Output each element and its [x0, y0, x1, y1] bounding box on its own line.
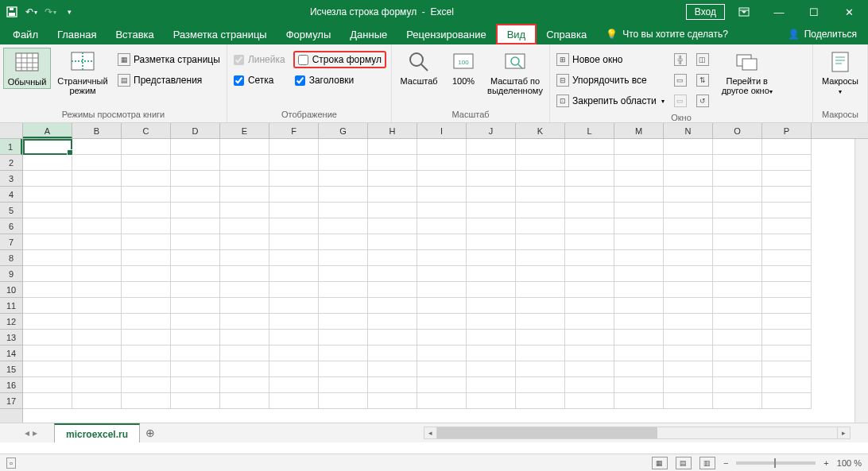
cell[interactable]: [664, 298, 713, 314]
cell[interactable]: [368, 266, 417, 282]
cell[interactable]: [713, 266, 762, 282]
cell[interactable]: [664, 330, 713, 346]
cell[interactable]: [467, 393, 516, 409]
cell[interactable]: [122, 330, 171, 346]
cell[interactable]: [269, 298, 319, 314]
cell[interactable]: [220, 314, 269, 330]
cell[interactable]: [269, 330, 319, 346]
cell[interactable]: [467, 377, 516, 393]
cell[interactable]: [368, 377, 417, 393]
cell[interactable]: [368, 314, 417, 330]
cell[interactable]: [417, 393, 467, 409]
cell[interactable]: [122, 139, 171, 155]
tab-file[interactable]: Файл: [3, 24, 48, 44]
cell[interactable]: [220, 171, 269, 187]
cell[interactable]: [23, 171, 72, 187]
cell[interactable]: [565, 171, 614, 187]
column-header[interactable]: J: [467, 123, 516, 138]
cell[interactable]: [762, 361, 812, 377]
cell[interactable]: [417, 187, 467, 203]
cell[interactable]: [713, 314, 762, 330]
cell[interactable]: [23, 250, 72, 266]
cell[interactable]: [516, 250, 565, 266]
hide-button[interactable]: ▭: [672, 71, 688, 89]
zoom-button[interactable]: Масштаб: [395, 48, 443, 87]
cell[interactable]: [319, 139, 368, 155]
cell[interactable]: [23, 330, 72, 346]
cell[interactable]: [713, 330, 762, 346]
cell[interactable]: [417, 139, 467, 155]
cell[interactable]: [269, 155, 319, 171]
cell[interactable]: [516, 139, 565, 155]
cell[interactable]: [614, 250, 664, 266]
cell[interactable]: [220, 187, 269, 203]
cell[interactable]: [565, 218, 614, 234]
cell[interactable]: [23, 282, 72, 298]
cell[interactable]: [713, 139, 762, 155]
row-header[interactable]: 3: [0, 171, 22, 187]
cell[interactable]: [417, 171, 467, 187]
add-sheet-button[interactable]: ⊕: [140, 427, 161, 439]
cell[interactable]: [713, 298, 762, 314]
tab-home[interactable]: Главная: [48, 24, 106, 44]
row-header[interactable]: 1: [0, 139, 22, 155]
cell[interactable]: [713, 203, 762, 218]
cell[interactable]: [565, 377, 614, 393]
cell[interactable]: [762, 282, 812, 298]
cell[interactable]: [516, 171, 565, 187]
cell[interactable]: [122, 314, 171, 330]
cell[interactable]: [762, 234, 812, 250]
cell[interactable]: [368, 139, 417, 155]
cell[interactable]: [122, 155, 171, 171]
column-header[interactable]: M: [614, 123, 664, 138]
cell[interactable]: [467, 314, 516, 330]
cell[interactable]: [269, 139, 319, 155]
cell[interactable]: [122, 361, 171, 377]
cell[interactable]: [171, 298, 220, 314]
cell[interactable]: [664, 377, 713, 393]
new-window-button[interactable]: ⊞Новое окно: [555, 51, 666, 68]
tab-view[interactable]: Вид: [496, 24, 537, 44]
cell[interactable]: [516, 155, 565, 171]
cell[interactable]: [72, 346, 122, 361]
cell[interactable]: [664, 218, 713, 234]
page-layout-button[interactable]: ▦Разметка страницы: [116, 51, 222, 68]
cell[interactable]: [319, 203, 368, 218]
column-header[interactable]: H: [368, 123, 417, 138]
cell[interactable]: [713, 187, 762, 203]
column-header[interactable]: K: [516, 123, 565, 138]
cell[interactable]: [220, 298, 269, 314]
cell[interactable]: [614, 203, 664, 218]
cell[interactable]: [319, 330, 368, 346]
cell[interactable]: [713, 346, 762, 361]
cell[interactable]: [23, 218, 72, 234]
cell[interactable]: [516, 330, 565, 346]
cell[interactable]: [614, 361, 664, 377]
cell[interactable]: [122, 187, 171, 203]
cell[interactable]: [614, 171, 664, 187]
ribbon-options-button[interactable]: [728, 0, 760, 24]
cell[interactable]: [664, 250, 713, 266]
column-header[interactable]: I: [417, 123, 467, 138]
cell[interactable]: [171, 361, 220, 377]
cell[interactable]: [368, 282, 417, 298]
row-header[interactable]: 10: [0, 282, 22, 298]
normal-view-button[interactable]: Обычный: [3, 48, 51, 89]
cell[interactable]: [269, 187, 319, 203]
cell[interactable]: [614, 218, 664, 234]
cell[interactable]: [664, 203, 713, 218]
column-header[interactable]: F: [269, 123, 319, 138]
cell[interactable]: [122, 234, 171, 250]
cell[interactable]: [368, 393, 417, 409]
cell[interactable]: [614, 393, 664, 409]
reset-position-button[interactable]: ↺: [695, 92, 711, 110]
cell[interactable]: [713, 377, 762, 393]
cell[interactable]: [664, 234, 713, 250]
cell[interactable]: [614, 187, 664, 203]
cell[interactable]: [171, 314, 220, 330]
row-header[interactable]: 13: [0, 330, 22, 346]
cell[interactable]: [122, 171, 171, 187]
cell[interactable]: [664, 346, 713, 361]
cell[interactable]: [762, 393, 812, 409]
cell[interactable]: [467, 361, 516, 377]
